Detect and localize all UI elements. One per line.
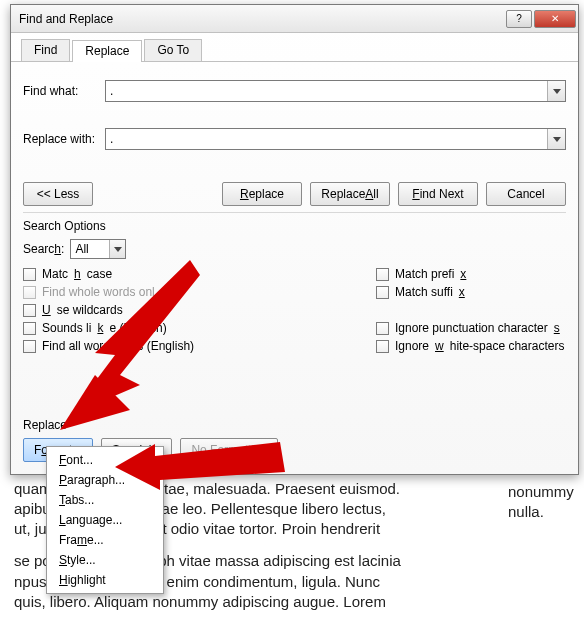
format-dropdown-menu: Font... Paragraph... Tabs... Language...… [46, 446, 164, 594]
titlebar: Find and Replace ? ✕ [11, 5, 578, 33]
replace-with-label: Replace with: [23, 132, 105, 146]
wildcards-checkbox[interactable]: Use wildcards [23, 303, 194, 317]
tab-find[interactable]: Find [21, 39, 70, 61]
find-what-label: Find what: [23, 84, 105, 98]
replace-section-label: Replace [23, 418, 566, 432]
search-label: Search: [23, 242, 64, 256]
replace-with-dropdown[interactable] [547, 129, 565, 149]
close-button[interactable]: ✕ [534, 10, 576, 28]
no-formatting-button: No Formatting [180, 438, 278, 462]
menu-frame[interactable]: Frame... [49, 530, 161, 550]
replace-all-button[interactable]: Replace All [310, 182, 390, 206]
doc-side: nonummy nulla. [508, 482, 578, 523]
help-button[interactable]: ? [506, 10, 532, 28]
find-next-button[interactable]: Find Next [398, 182, 478, 206]
dialog-title: Find and Replace [19, 12, 113, 26]
word-forms-checkbox[interactable]: Find all word forms (English) [23, 339, 194, 353]
search-options-label: Search Options [23, 219, 566, 233]
find-what-dropdown[interactable] [547, 81, 565, 101]
menu-style[interactable]: Style... [49, 550, 161, 570]
find-replace-dialog: Find and Replace ? ✕ Find Replace Go To … [10, 4, 579, 475]
menu-highlight[interactable]: Highlight [49, 570, 161, 590]
menu-font[interactable]: Font... [49, 450, 161, 470]
find-what-input[interactable]: . [105, 80, 566, 102]
menu-paragraph[interactable]: Paragraph... [49, 470, 161, 490]
ignore-punct-checkbox[interactable]: Ignore punctuation characters [376, 321, 566, 335]
tab-strip: Find Replace Go To [11, 33, 578, 62]
whole-words-checkbox: Find whole words only [23, 285, 194, 299]
cancel-button[interactable]: Cancel [486, 182, 566, 206]
search-direction-select[interactable]: All [70, 239, 126, 259]
chevron-down-icon [109, 240, 125, 258]
replace-with-input[interactable]: . [105, 128, 566, 150]
tab-goto[interactable]: Go To [144, 39, 202, 61]
match-case-checkbox[interactable]: Match case [23, 267, 194, 281]
menu-language[interactable]: Language... [49, 510, 161, 530]
less-button[interactable]: << Less [23, 182, 93, 206]
menu-tabs[interactable]: Tabs... [49, 490, 161, 510]
sounds-like-checkbox[interactable]: Sounds like (English) [23, 321, 194, 335]
ignore-space-checkbox[interactable]: Ignore white-space characters [376, 339, 566, 353]
replace-button[interactable]: Replace [222, 182, 302, 206]
tab-replace[interactable]: Replace [72, 40, 142, 62]
match-prefix-checkbox[interactable]: Match prefix [376, 267, 566, 281]
match-suffix-checkbox[interactable]: Match suffix [376, 285, 566, 299]
